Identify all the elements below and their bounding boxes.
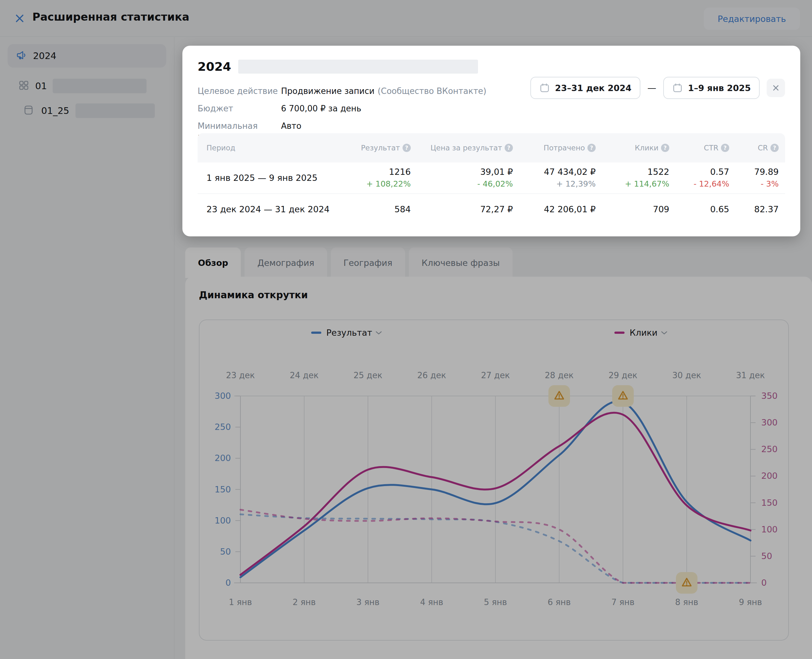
delta-cr: - 3% (729, 179, 779, 188)
delta-ctr: - 12,64% (669, 179, 729, 188)
date-range-controls: 23–31 дек 2024 — 1–9 янв 2025 (530, 77, 785, 99)
value-cost: 39,01 ₽ (411, 167, 513, 177)
help-icon[interactable]: ? (721, 144, 729, 152)
help-icon[interactable]: ? (505, 144, 513, 152)
campaign-summary-card: 2024 Целевое действие Продвижение записи… (183, 46, 800, 236)
meta-label: Бюджет (198, 103, 281, 114)
value-cr: 82.37 (729, 204, 779, 214)
meta-value: 6 700,00 ₽ за день (281, 103, 361, 114)
period-cell: 1 янв 2025 — 9 янв 2025 (198, 173, 331, 183)
column-header-clicks: Клики? (596, 144, 669, 152)
value-clicks: 1522 (596, 167, 669, 177)
column-header-cost-per-result: Цена за результат? (411, 144, 513, 152)
redacted-title-block (238, 60, 478, 74)
meta-suffix: (Сообщество ВКонтакте) (378, 86, 486, 96)
delta-spent: + 12,39% (513, 179, 596, 188)
value-spent: 42 206,01 ₽ (513, 204, 596, 214)
value-clicks: 709 (596, 204, 669, 214)
delta-result: + 108,22% (331, 179, 411, 188)
period-comparison-table: Период Результат? Цена за результат? Пот… (198, 133, 785, 225)
date-range-dash: — (647, 83, 656, 93)
column-header-period: Период (198, 144, 331, 152)
value-result: 584 (331, 204, 411, 214)
period-cell: 23 дек 2024 — 31 дек 2024 (198, 204, 331, 214)
calendar-icon (539, 82, 550, 93)
campaign-title: 2024 (198, 60, 231, 74)
value-result: 1216 (331, 167, 411, 177)
help-icon[interactable]: ? (587, 144, 596, 152)
value-ctr: 0.57 (669, 167, 729, 177)
value-spent: 47 434,02 ₽ (513, 167, 596, 177)
clear-dates-button[interactable] (766, 79, 785, 97)
delta-cost: - 46,02% (411, 179, 513, 188)
date-from-picker[interactable]: 23–31 дек 2024 (530, 77, 640, 99)
column-header-spent: Потрачено? (513, 144, 596, 152)
table-row: 23 дек 2024 — 31 дек 2024 584 72,27 ₽ 42… (198, 194, 785, 225)
table-header-row: Период Результат? Цена за результат? Пот… (198, 133, 785, 162)
date-to-picker[interactable]: 1–9 янв 2025 (663, 77, 760, 99)
calendar-icon (672, 82, 683, 93)
date-to-value: 1–9 янв 2025 (688, 83, 751, 93)
date-from-value: 23–31 дек 2024 (555, 83, 631, 93)
meta-label: Целевое действие (198, 86, 281, 96)
value-cr: 79.89 (729, 167, 779, 177)
close-icon (771, 84, 780, 92)
meta-value: Продвижение записи (281, 86, 375, 96)
help-icon[interactable]: ? (770, 144, 779, 152)
table-row: 1 янв 2025 — 9 янв 2025 1216+ 108,22% 39… (198, 162, 785, 194)
column-header-ctr: CTR? (669, 144, 729, 152)
help-icon[interactable]: ? (403, 144, 411, 152)
column-header-cr: CR? (729, 144, 785, 152)
column-header-result: Результат? (331, 144, 411, 152)
value-cost: 72,27 ₽ (411, 204, 513, 214)
delta-clicks: + 114,67% (596, 179, 669, 188)
value-ctr: 0.65 (669, 204, 729, 214)
help-icon[interactable]: ? (661, 144, 669, 152)
